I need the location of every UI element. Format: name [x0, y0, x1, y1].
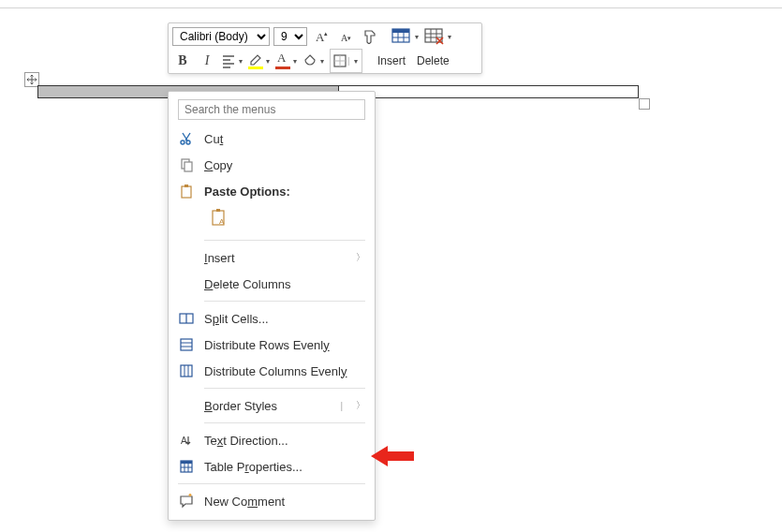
- menu-item-insert[interactable]: Insert 〉: [169, 244, 375, 271]
- svg-rect-27: [182, 186, 191, 198]
- italic-button[interactable]: I: [197, 51, 217, 71]
- separator-bar: |: [340, 401, 343, 411]
- font-color-swatch: [275, 66, 290, 69]
- svg-point-24: [186, 140, 190, 144]
- blank-icon: [178, 275, 195, 292]
- svg-point-23: [181, 140, 184, 144]
- menu-search-container: [178, 99, 365, 120]
- svg-text:A: A: [219, 217, 225, 226]
- menu-label: Insert: [204, 251, 347, 265]
- cut-icon: [178, 130, 195, 147]
- shrink-font-button[interactable]: A ▾: [335, 26, 356, 47]
- blank-icon: [178, 397, 195, 414]
- window-top-border: [0, 0, 782, 8]
- align-dropdown[interactable]: ▾: [221, 51, 244, 71]
- submenu-arrow-icon: 〉: [356, 399, 365, 412]
- menu-item-paste-options[interactable]: Paste Options:: [169, 178, 375, 204]
- menu-item-text-direction[interactable]: A Text Direction...: [169, 427, 375, 453]
- split-cells-icon: [178, 310, 195, 327]
- svg-marker-48: [371, 446, 414, 466]
- menu-item-distribute-rows[interactable]: Distribute Rows Evenly: [169, 332, 375, 358]
- svg-rect-42: [181, 461, 192, 464]
- annotation-arrow-icon: [371, 444, 414, 468]
- submenu-arrow-icon: 〉: [356, 251, 365, 264]
- text-direction-icon: A: [178, 432, 195, 449]
- menu-item-border-styles[interactable]: Border Styles | 〉: [169, 392, 375, 419]
- delete-menu-button[interactable]: Delete: [413, 54, 453, 67]
- insert-menu-button[interactable]: Insert: [374, 54, 409, 67]
- menu-label: Paste Options:: [204, 185, 365, 199]
- table-context-menu: Cut Copy Paste Options: A Insert 〉 Delet…: [168, 91, 376, 521]
- menu-label: Border Styles: [204, 399, 331, 413]
- new-comment-icon: [178, 493, 195, 510]
- table-resize-handle[interactable]: [639, 98, 650, 110]
- menu-item-distribute-columns[interactable]: Distribute Columns Evenly: [169, 358, 375, 384]
- distribute-columns-icon: [178, 362, 195, 379]
- svg-rect-30: [216, 209, 220, 212]
- mini-toolbar: Calibri (Body) 9 A ▴ A ▾: [168, 22, 482, 74]
- blank-icon: [178, 249, 195, 266]
- format-painter-button[interactable]: [360, 26, 380, 47]
- table-properties-icon: [178, 458, 195, 475]
- paste-options-row: A: [169, 204, 375, 236]
- menu-label: Text Direction...: [204, 434, 365, 448]
- menu-search-input[interactable]: [178, 99, 365, 120]
- menu-label: New Comment: [204, 495, 365, 509]
- grow-font-button[interactable]: A ▴: [311, 26, 332, 47]
- svg-rect-28: [184, 185, 188, 187]
- font-color-dropdown[interactable]: A ▾: [275, 51, 299, 71]
- font-size-select[interactable]: 9: [273, 27, 307, 46]
- shading-dropdown[interactable]: ▾: [302, 51, 326, 71]
- menu-item-copy[interactable]: Copy: [169, 152, 375, 178]
- menu-separator: [204, 388, 365, 389]
- bold-button[interactable]: B: [172, 51, 193, 71]
- svg-rect-5: [392, 29, 409, 33]
- menu-label: Copy: [204, 158, 365, 172]
- paste-option-keep-text[interactable]: A: [206, 204, 232, 230]
- svg-rect-34: [181, 339, 192, 350]
- menu-item-new-comment[interactable]: New Comment: [169, 488, 375, 514]
- menu-label: Distribute Rows Evenly: [204, 338, 365, 352]
- menu-label: Distribute Columns Evenly: [204, 364, 365, 378]
- menu-label: Table Properties...: [204, 460, 365, 474]
- svg-rect-37: [181, 365, 192, 377]
- paste-icon: [178, 183, 195, 200]
- menu-separator: [204, 422, 365, 423]
- svg-text:A: A: [181, 436, 187, 446]
- menu-separator: [204, 240, 365, 241]
- menu-separator: [178, 483, 365, 484]
- font-name-select[interactable]: Calibri (Body): [172, 27, 270, 46]
- menu-separator: [204, 301, 365, 302]
- highlight-color-swatch: [248, 66, 263, 69]
- highlight-dropdown[interactable]: ▾: [248, 51, 272, 71]
- menu-item-cut[interactable]: Cut: [169, 126, 375, 152]
- menu-label: Cut: [204, 132, 365, 146]
- svg-text:▾: ▾: [347, 35, 351, 41]
- copy-icon: [178, 156, 195, 173]
- menu-label: Delete Columns: [204, 277, 365, 291]
- menu-label: Split Cells...: [204, 312, 365, 326]
- svg-text:▴: ▴: [324, 30, 328, 37]
- svg-rect-26: [184, 162, 192, 171]
- borders-dropdown[interactable]: ▾: [330, 49, 362, 73]
- menu-item-split-cells[interactable]: Split Cells...: [169, 305, 375, 332]
- table-insert-dropdown[interactable]: ▾: [391, 26, 421, 47]
- table-delete-dropdown[interactable]: ▾: [424, 26, 453, 47]
- menu-item-table-properties[interactable]: Table Properties...: [169, 453, 375, 480]
- menu-item-delete-columns[interactable]: Delete Columns: [169, 271, 375, 297]
- distribute-rows-icon: [178, 336, 195, 353]
